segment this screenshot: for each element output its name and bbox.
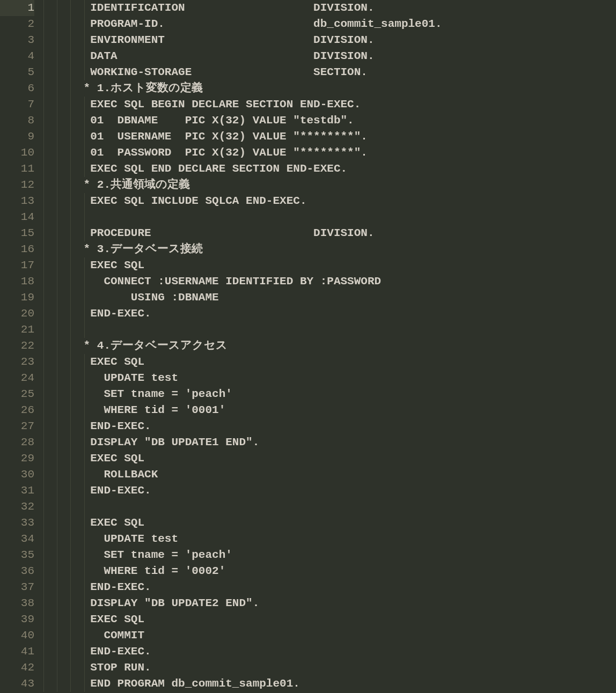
code-line[interactable]: * 2.共通領域の定義: [43, 177, 616, 193]
code-line[interactable]: END-EXEC.: [43, 306, 616, 322]
code-line[interactable]: PROCEDURE DIVISION.: [43, 225, 616, 241]
line-number: 27: [0, 418, 34, 434]
code-text: PROGRAM-ID. db_commit_sample01.: [43, 18, 442, 30]
line-number: 41: [0, 644, 34, 660]
code-line[interactable]: DISPLAY "DB UPDATE2 END".: [43, 595, 616, 611]
line-number: 2: [0, 16, 34, 32]
code-line[interactable]: EXEC SQL BEGIN DECLARE SECTION END-EXEC.: [43, 97, 616, 113]
code-text: EXEC SQL: [43, 452, 144, 465]
code-text: * 3.データベース接続: [43, 243, 203, 255]
code-text: EXEC SQL: [43, 613, 144, 625]
code-line[interactable]: STOP RUN.: [43, 660, 616, 676]
code-line[interactable]: ROLLBACK: [43, 467, 616, 483]
line-number: 12: [0, 177, 34, 193]
code-line[interactable]: 01 USERNAME PIC X(32) VALUE "********".: [43, 129, 616, 145]
code-line[interactable]: EXEC SQL: [43, 611, 616, 628]
code-line[interactable]: WORKING-STORAGE SECTION.: [43, 64, 616, 80]
code-line[interactable]: PROGRAM-ID. db_commit_sample01.: [43, 16, 616, 32]
code-line[interactable]: EXEC SQL: [43, 515, 616, 531]
code-line[interactable]: SET tname = 'peach': [43, 547, 616, 563]
line-number: 25: [0, 386, 34, 402]
code-line[interactable]: 01 PASSWORD PIC X(32) VALUE "********".: [43, 145, 616, 161]
code-line[interactable]: [43, 499, 616, 515]
line-number: 43: [0, 676, 34, 692]
code-text: USING :DBNAME: [43, 291, 219, 304]
code-line[interactable]: END PROGRAM db_commit_sample01.: [43, 676, 616, 692]
code-line[interactable]: 01 DBNAME PIC X(32) VALUE "testdb".: [43, 113, 616, 129]
line-number-gutter: 1234567891011121314151617181920212223242…: [0, 0, 43, 693]
code-text: DISPLAY "DB UPDATE2 END".: [43, 597, 259, 609]
code-text: * 4.データベースアクセス: [43, 340, 228, 352]
line-number: 23: [0, 354, 34, 370]
code-text: PROCEDURE DIVISION.: [43, 227, 375, 239]
line-number: 9: [0, 129, 34, 145]
code-text: * 1.ホスト変数の定義: [43, 82, 203, 94]
code-line[interactable]: EXEC SQL INCLUDE SQLCA END-EXEC.: [43, 193, 616, 209]
line-number: 4: [0, 48, 34, 64]
line-number: 8: [0, 113, 34, 129]
code-line[interactable]: UPDATE test: [43, 531, 616, 547]
code-text: WHERE tid = '0002': [43, 565, 225, 577]
code-area[interactable]: IDENTIFICATION DIVISION. PROGRAM-ID. db_…: [43, 0, 616, 693]
code-text: CONNECT :USERNAME IDENTIFIED BY :PASSWOR…: [43, 275, 381, 287]
code-line[interactable]: SET tname = 'peach': [43, 386, 616, 402]
code-line[interactable]: EXEC SQL: [43, 257, 616, 274]
code-text: DATA DIVISION.: [43, 50, 375, 62]
code-line[interactable]: DATA DIVISION.: [43, 48, 616, 64]
line-number: 26: [0, 402, 34, 418]
code-line[interactable]: [43, 322, 616, 338]
code-text: END-EXEC.: [43, 645, 151, 658]
code-line[interactable]: END-EXEC.: [43, 644, 616, 660]
line-number: 21: [0, 322, 34, 338]
line-number: 11: [0, 161, 34, 177]
code-line[interactable]: CONNECT :USERNAME IDENTIFIED BY :PASSWOR…: [43, 274, 616, 290]
code-line[interactable]: UPDATE test: [43, 370, 616, 386]
code-text: UPDATE test: [43, 372, 178, 384]
code-line[interactable]: EXEC SQL: [43, 354, 616, 370]
code-line[interactable]: * 1.ホスト変数の定義: [43, 80, 616, 97]
code-line[interactable]: END-EXEC.: [43, 418, 616, 434]
code-text: COMMIT: [43, 629, 144, 642]
line-number: 1: [0, 0, 34, 16]
line-number: 19: [0, 290, 34, 306]
code-text: END-EXEC.: [43, 420, 151, 432]
code-text: END PROGRAM db_commit_sample01.: [43, 677, 300, 690]
line-number: 29: [0, 451, 34, 467]
line-number: 20: [0, 306, 34, 322]
code-line[interactable]: * 4.データベースアクセス: [43, 338, 616, 354]
line-number: 18: [0, 274, 34, 290]
code-line[interactable]: * 3.データベース接続: [43, 241, 616, 257]
code-text: 01 DBNAME PIC X(32) VALUE "testdb".: [43, 114, 354, 127]
code-line[interactable]: EXEC SQL END DECLARE SECTION END-EXEC.: [43, 161, 616, 177]
code-line[interactable]: USING :DBNAME: [43, 290, 616, 306]
code-text: SET tname = 'peach': [43, 549, 232, 561]
line-number: 37: [0, 579, 34, 595]
code-line[interactable]: WHERE tid = '0002': [43, 563, 616, 579]
code-line[interactable]: ENVIRONMENT DIVISION.: [43, 32, 616, 48]
line-number: 36: [0, 563, 34, 579]
code-editor[interactable]: 1234567891011121314151617181920212223242…: [0, 0, 616, 693]
code-line[interactable]: END-EXEC.: [43, 483, 616, 499]
line-number: 30: [0, 467, 34, 483]
code-text: END-EXEC.: [43, 484, 151, 497]
line-number: 28: [0, 434, 34, 451]
code-line[interactable]: COMMIT: [43, 628, 616, 644]
line-number: 13: [0, 193, 34, 209]
code-text: IDENTIFICATION DIVISION.: [43, 2, 375, 14]
code-text: SET tname = 'peach': [43, 388, 232, 400]
code-text: EXEC SQL: [43, 517, 144, 529]
code-line[interactable]: EXEC SQL: [43, 451, 616, 467]
code-text: EXEC SQL INCLUDE SQLCA END-EXEC.: [43, 195, 306, 207]
line-number: 38: [0, 595, 34, 611]
code-line[interactable]: WHERE tid = '0001': [43, 402, 616, 418]
code-line[interactable]: [43, 209, 616, 225]
line-number: 10: [0, 145, 34, 161]
line-number: 35: [0, 547, 34, 563]
code-line[interactable]: IDENTIFICATION DIVISION.: [43, 0, 616, 16]
line-number: 17: [0, 257, 34, 274]
code-text: EXEC SQL END DECLARE SECTION END-EXEC.: [43, 163, 347, 175]
line-number: 24: [0, 370, 34, 386]
line-number: 34: [0, 531, 34, 547]
code-line[interactable]: DISPLAY "DB UPDATE1 END".: [43, 434, 616, 451]
code-line[interactable]: END-EXEC.: [43, 579, 616, 595]
